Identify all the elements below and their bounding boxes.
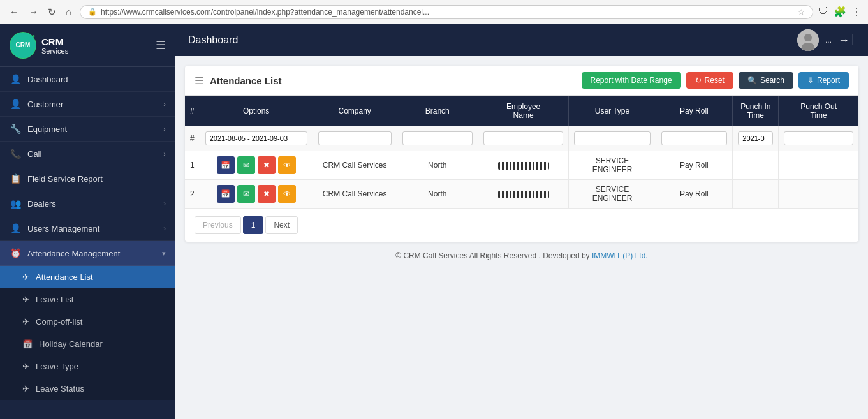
attendance-list-card: ☰ Attendance List Report with Date Range… [185,66,858,242]
col-num: # [185,96,200,126]
shield-icon: 🛡 [818,6,828,18]
logout-icon[interactable]: →⏐ [838,34,855,47]
view-action-button[interactable]: 👁 [278,156,296,174]
row-pay-roll: Pay Roll [656,180,733,209]
report-button[interactable]: ⇓ Report [798,72,849,89]
previous-button[interactable]: Previous [195,216,241,234]
filter-user-type-input[interactable] [574,131,650,145]
calendar-action-button[interactable]: 📅 [217,185,235,203]
email-action-button[interactable]: ✉ [237,185,255,203]
username: ... [825,36,832,45]
email-action-button[interactable]: ✉ [237,156,255,174]
search-button[interactable]: 🔍 Search [739,72,793,89]
logo-text: CRM Services [41,36,68,55]
svg-point-3 [804,34,812,41]
col-user-type: User Type [569,96,656,126]
filter-pay-roll-input[interactable] [661,131,728,145]
home-button[interactable]: ⌂ [63,5,75,19]
filter-date-range[interactable]: 2021-08-05 - 2021-09-03 [205,131,307,145]
next-button[interactable]: Next [265,216,298,234]
filter-company-input[interactable] [318,131,392,145]
sidebar-toggle[interactable]: ☰ [156,38,166,52]
row-punch-in [733,180,779,209]
col-branch: Branch [397,96,478,126]
calendar-action-button[interactable]: 📅 [217,156,235,174]
filter-punch-out [779,126,858,151]
attendance-icon: ⏰ [10,248,21,258]
delete-action-button[interactable]: ✖ [258,185,276,203]
sidebar-item-call[interactable]: 📞 Call › [0,142,175,166]
sub-item-label: Attendance List [36,272,93,282]
sub-item-label: Comp-off-list [36,317,82,327]
col-punch-out: Punch OutTime [779,96,858,126]
filter-user-type [569,126,656,151]
browser-actions: 🛡 🧩 ⋮ [818,6,862,18]
sidebar-sub-attendance-list[interactable]: ✈ Attendance List [0,266,175,288]
filter-employee-input[interactable] [483,131,564,145]
row-company: CRM Call Services [313,180,397,209]
filter-branch [397,126,478,151]
sidebar-item-attendance-management[interactable]: ⏰ Attendance Management ▾ [0,241,175,266]
main-content: ☰ Attendance List Report with Date Range… [175,56,868,419]
view-action-button[interactable]: 👁 [278,185,296,203]
filter-row: # 2021-08-05 - 2021-09-03 [185,126,858,151]
table-row: 1 📅 ✉ ✖ 👁 CRM Call Services [185,151,858,180]
reset-icon: ↻ [695,76,702,85]
action-buttons: 📅 ✉ ✖ 👁 [205,185,307,203]
sidebar-item-label: Dashboard [27,75,166,84]
customer-icon: 👤 [10,99,21,109]
filter-pay-roll [656,126,733,151]
action-buttons: 📅 ✉ ✖ 👁 [205,156,307,174]
sidebar-sub-leave-list[interactable]: ✈ Leave List [0,288,175,311]
sidebar-item-label: Call [27,149,157,159]
filter-punch-in: 2021-0 [733,126,779,151]
browser-bar: ← → ↻ ⌂ 🔒 https://www.crmcallservices.co… [0,0,868,24]
row-user-type: SERVICEENGINEER [569,151,656,180]
delete-action-button[interactable]: ✖ [258,156,276,174]
developer-link[interactable]: IMMWIT (P) Ltd. [592,251,648,260]
copyright-text: © CRM Call Services All Rights Reserved [395,251,536,260]
filter-branch-input[interactable] [402,131,473,145]
row-options: 📅 ✉ ✖ 👁 [200,180,313,209]
col-pay-roll: Pay Roll [656,96,733,126]
row-company: CRM Call Services [313,151,397,180]
filter-employee [478,126,569,151]
row-branch: North [397,151,478,180]
filter-punch-in-input[interactable]: 2021-0 [738,131,773,145]
main-area: Dashboard ... →⏐ ☰ Attendance List Repor… [175,24,868,419]
call-icon: 📞 [10,149,21,159]
address-bar[interactable]: 🔒 https://www.crmcallservices.com/contro… [80,5,813,19]
sidebar-item-field-service-report[interactable]: 📋 Field Service Report [0,166,175,191]
sidebar-item-users-management[interactable]: 👤 Users Management › [0,216,175,241]
sidebar-item-customer[interactable]: 👤 Customer › [0,92,175,117]
sidebar-item-label: Field Service Report [27,174,166,184]
browser-navigation[interactable]: ← → ↻ ⌂ [6,5,75,19]
page-1-button[interactable]: 1 [243,216,264,234]
sidebar-sub-leave-status[interactable]: ✈ Leave Status [0,378,175,400]
arrow-icon: › [163,200,166,207]
pagination: Previous 1 Next [185,209,858,242]
report-date-range-button[interactable]: Report with Date Range [582,72,681,89]
footer: © CRM Call Services All Rights Reserved … [185,242,858,270]
row-punch-out [779,151,858,180]
arrow-icon: › [163,224,166,232]
sidebar-sub-holiday-calendar[interactable]: 📅 Holiday Calendar [0,333,175,355]
refresh-button[interactable]: ↻ [45,5,59,19]
forward-button[interactable]: → [26,5,41,19]
svg-text:CRM: CRM [16,41,31,48]
app-layout: CRM CRM Services ☰ 👤 Dashboard 👤 Custome… [0,24,868,419]
comp-off-icon: ✈ [22,317,29,327]
sidebar-item-dashboard[interactable]: 👤 Dashboard [0,67,175,92]
col-options: Options [200,96,313,126]
reset-button[interactable]: ↻ Reset [686,72,733,89]
filter-punch-out-input[interactable] [784,131,853,145]
sidebar-sub-comp-off-list[interactable]: ✈ Comp-off-list [0,311,175,333]
sidebar-item-dealers[interactable]: 👥 Dealers › [0,191,175,216]
filter-options: 2021-08-05 - 2021-09-03 [200,126,313,151]
sidebar-item-equipment[interactable]: 🔧 Equipment › [0,117,175,142]
arrow-icon: ▾ [162,249,166,258]
sidebar-sub-leave-type[interactable]: ✈ Leave Type [0,355,175,378]
attendance-list-icon: ✈ [22,272,29,282]
back-button[interactable]: ← [6,5,22,19]
table-row: 2 📅 ✉ ✖ 👁 CRM Call Services [185,180,858,209]
